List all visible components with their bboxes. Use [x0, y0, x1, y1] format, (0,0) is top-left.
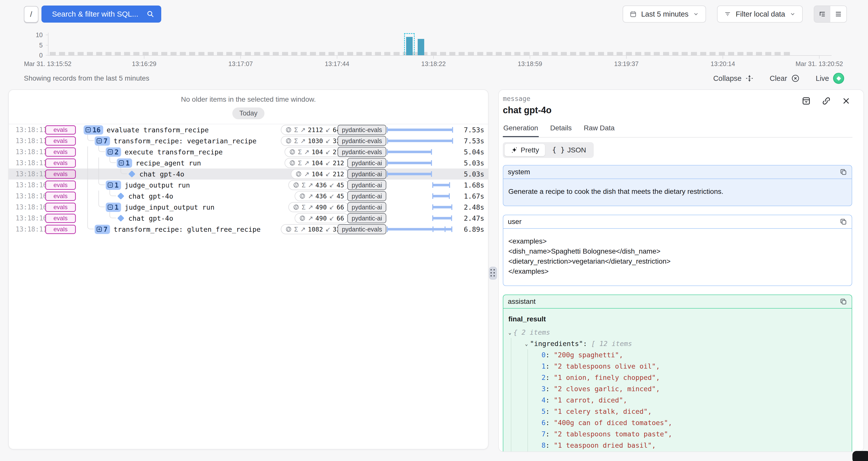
scope-tag[interactable]: pydantic-evals [338, 125, 386, 135]
duration-bar-start-cap [387, 149, 388, 155]
trace-row[interactable]: 13:18:11evals7transform_recipe: gluten_f… [9, 224, 488, 235]
live-toggle[interactable]: Live [816, 73, 844, 84]
project-badge[interactable]: evals [45, 181, 76, 190]
duration-bar-track [387, 224, 453, 235]
duration-bar-end-cap [431, 171, 432, 177]
json-array-item: 8: "1 teaspoon dried basil", [508, 440, 847, 451]
json-item-index: 3 [541, 384, 546, 394]
trace-row[interactable]: 13:18:16evalschat gpt-4o↗436↙45pydantic-… [9, 191, 488, 202]
message-line: <dish_name>Spaghetti Bolognese</dish_nam… [508, 246, 847, 256]
project-badge[interactable]: evals [45, 203, 76, 212]
trace-row[interactable]: 13:18:11evals7transform_recipe: vegetari… [9, 135, 488, 146]
json-item-index: 0 [541, 350, 546, 360]
pretty-view-button[interactable]: Pretty [504, 144, 545, 156]
trace-row-timestamp: 13:18:11 [16, 225, 42, 233]
collapse-count-badge[interactable]: 2 [106, 147, 121, 157]
chevron-down-icon [789, 11, 796, 17]
scope-tag[interactable]: pydantic-ai [347, 180, 386, 190]
list-view-icon [835, 10, 842, 18]
project-badge[interactable]: evals [45, 192, 76, 201]
copy-link-button[interactable] [822, 96, 831, 105]
scope-tag[interactable]: pydantic-evals [338, 147, 386, 157]
duration-label: 7.53s [461, 137, 484, 145]
collapse-count-badge[interactable]: 16 [84, 125, 103, 134]
search-button[interactable]: Search & filter with SQL... [41, 5, 161, 23]
duration-bar [387, 151, 432, 153]
time-range-dropdown[interactable]: Last 5 minutes [623, 5, 706, 23]
json-item-string: "2 tablespoons olive oil", [554, 361, 660, 371]
timeline-histogram[interactable]: 1050Mar 31. 13:15:5213:16:2913:17:0713:1… [0, 30, 868, 67]
tab-details[interactable]: Details [550, 124, 572, 137]
chart-x-tick [337, 56, 337, 59]
chart-bar[interactable] [406, 37, 413, 55]
duration-bar-track [387, 202, 453, 213]
collapse-count-badge[interactable]: 7 [95, 225, 110, 234]
project-badge[interactable]: evals [45, 125, 76, 134]
tab-generation[interactable]: Generation [503, 124, 539, 137]
project-badge[interactable]: evals [45, 214, 76, 223]
project-badge[interactable]: evals [45, 225, 76, 234]
trace-row[interactable]: 13:18:11evalschat gpt-4o↗104↙212pydantic… [9, 168, 488, 180]
json-root-line[interactable]: ⌄{ 2 items [508, 327, 847, 338]
json-item-index: 6 [541, 418, 546, 428]
project-badge[interactable]: evals [45, 136, 76, 146]
message-body: Generate a recipe to cook the dish that … [503, 179, 852, 206]
scope-tag[interactable]: pydantic-ai [347, 202, 386, 212]
scope-tag[interactable]: pydantic-ai [347, 158, 386, 168]
json-view-button[interactable]: { } JSON [546, 144, 592, 156]
tree-view-toggle[interactable] [814, 6, 830, 22]
chart-bar[interactable] [418, 39, 424, 55]
chart-x-tick-label: 13:18:22 [421, 60, 445, 67]
trace-row[interactable]: 13:18:11evals1recipe_agent runΣ↗104↙212p… [9, 157, 488, 168]
scope-tag[interactable]: pydantic-ai [347, 169, 386, 179]
output-tokens-arrow-icon: ↙ [329, 192, 334, 200]
json-item-string: "2 tablespoons tomato paste", [554, 429, 672, 439]
trace-row[interactable]: 13:18:11evals2execute transform_recipeΣ↗… [9, 146, 488, 157]
collapse-chevron-icon[interactable]: ⌄ [525, 339, 528, 349]
trace-row[interactable]: 13:18:16evals1judge_output runΣ↗436↙45py… [9, 180, 488, 191]
project-badge[interactable]: evals [45, 170, 76, 179]
json-item-string: "1 carrot, diced", [554, 395, 627, 405]
copy-message-button[interactable] [840, 298, 847, 305]
message-line: <dietary_restriction>vegetarian</dietary… [508, 256, 847, 267]
scope-tag[interactable]: pydantic-evals [338, 224, 386, 234]
output-tokens-arrow-icon: ↙ [325, 126, 331, 133]
input-tokens-count: 1082 [308, 226, 323, 233]
collapse-count-badge[interactable]: 1 [106, 203, 121, 212]
panel-resize-handle[interactable] [489, 267, 497, 280]
filter-local-data-dropdown[interactable]: Filter local data [717, 5, 803, 23]
list-view-toggle[interactable] [830, 6, 846, 22]
trace-row-timestamp: 13:18:16 [16, 192, 42, 200]
trace-row[interactable]: 13:18:11evals16evaluate transform_recipe… [9, 124, 488, 135]
project-badge[interactable]: evals [45, 158, 76, 168]
project-badge[interactable]: evals [45, 147, 76, 157]
child-count: 2 [115, 148, 119, 156]
trace-row[interactable]: 13:18:16evalschat gpt-4o↗490↙66pydantic-… [9, 213, 488, 224]
collapse-chevron-icon[interactable]: ⌄ [508, 328, 512, 337]
scope-tag[interactable]: pydantic-ai [347, 213, 386, 223]
empty-notice: No older items in the selected time wind… [9, 95, 488, 103]
tree-indent-guide [527, 349, 528, 452]
copy-message-button[interactable] [840, 218, 847, 225]
json-array-item: 4: "1 carrot, diced", [508, 395, 847, 406]
json-key-line[interactable]: ⌄"ingredients": [ 12 items [508, 338, 847, 349]
close-panel-button[interactable] [842, 97, 850, 105]
token-usage-pill: ↗104↙212 [291, 169, 349, 179]
scope-tag[interactable]: pydantic-evals [338, 136, 386, 146]
scope-tag[interactable]: pydantic-ai [347, 191, 386, 201]
collapse-button[interactable]: Collapse [713, 74, 754, 83]
clear-button[interactable]: Clear [770, 74, 800, 83]
duration-bar-start-cap [387, 138, 388, 144]
trace-row[interactable]: 13:18:16evals1judge_input_output runΣ↗49… [9, 202, 488, 213]
tokens-coin-icon [293, 204, 299, 210]
chart-x-tick [433, 56, 434, 59]
scrollbar-thumb[interactable] [852, 451, 868, 461]
duration-label: 2.48s [461, 204, 484, 211]
tab-raw-data[interactable]: Raw Data [583, 124, 615, 137]
dock-panel-button[interactable] [802, 96, 811, 105]
chart-x-tick-label: Mar 31. 13:20:52 [796, 60, 843, 67]
copy-message-button[interactable] [840, 168, 847, 176]
collapse-count-badge[interactable]: 1 [117, 158, 132, 168]
collapse-count-badge[interactable]: 7 [95, 136, 110, 146]
collapse-count-badge[interactable]: 1 [106, 181, 121, 190]
